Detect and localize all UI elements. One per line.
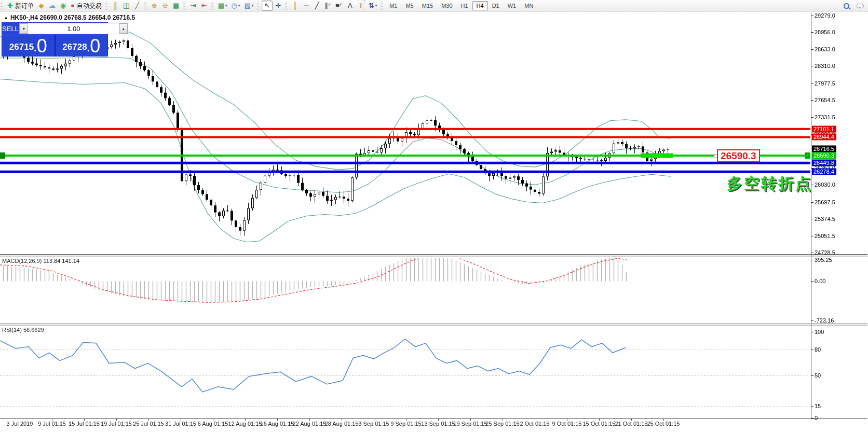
toolbar-grip: [211, 2, 213, 10]
tile-windows-button[interactable]: ▦: [171, 1, 182, 11]
fibonacci-button[interactable]: ≡F: [333, 1, 344, 11]
timeframe-d1-button[interactable]: D1: [488, 1, 504, 10]
order-panel-prices: 26715.0 26728.0: [2, 35, 107, 57]
chinese-annotation-text: 多空转折点: [727, 173, 812, 194]
sell-price-tile[interactable]: 26715.0: [2, 35, 55, 57]
bar-chart-icon: ║: [113, 1, 118, 11]
timeframe-w1-button[interactable]: W1: [504, 1, 521, 10]
chevron-down-icon: ▾: [225, 1, 227, 11]
new-order-menu-button[interactable]: ▤▾: [216, 1, 229, 11]
time-axis-label: 31 Jul 01:15: [165, 421, 196, 427]
toolbar-grip: [144, 2, 146, 10]
templates-menu-button[interactable]: ▧▾: [242, 1, 255, 11]
volume-input[interactable]: [28, 23, 119, 34]
price-tick-label: 25374.5: [815, 216, 835, 222]
time-axis-label: 12 Aug 01:15: [228, 421, 262, 427]
periods-menu-button[interactable]: ◷▾: [229, 1, 242, 11]
signals-button[interactable]: ◉: [58, 1, 69, 11]
buy-price-tile[interactable]: 26728.0: [56, 35, 108, 57]
toolbar-group-menus: ▤▾◷▾▧▾: [215, 0, 256, 11]
toolbar-grip: [105, 2, 107, 10]
rsi-indicator-label: RSI(14) 56.6629: [2, 327, 44, 333]
new-order-button[interactable]: ✚新订单: [5, 1, 36, 11]
chart-title: ▲HK50-,H4 26690.0 26768.5 26654.0 26716.…: [4, 14, 135, 21]
chevron-down-icon: ▾: [252, 1, 254, 11]
toolbar-group-zoom: ⊕⊖▦: [148, 0, 183, 11]
crosshair-button[interactable]: ✛: [273, 1, 283, 11]
arrows-menu-button[interactable]: ⇅▾: [367, 1, 379, 11]
price-chart-canvas[interactable]: [0, 0, 868, 433]
symbol-arrow-icon: ▲: [4, 15, 8, 20]
timeframe-mn-button[interactable]: MN: [520, 1, 537, 10]
search-icon[interactable]: [844, 3, 849, 9]
signal-icon: ◉: [60, 1, 66, 11]
volume-decrease-button[interactable]: ▼: [20, 23, 28, 34]
sell-price-pip: 0: [37, 37, 47, 55]
fibonacci-icon-sub: F: [340, 0, 343, 10]
autoscroll-button[interactable]: ⇥: [188, 1, 199, 11]
bar-chart-button[interactable]: ║: [110, 1, 121, 11]
time-axis-label: 25 Jul 01:15: [133, 421, 164, 427]
time-axis-label: 16 Aug 01:15: [261, 421, 294, 427]
volume-stepper: ▼ ▲: [19, 23, 128, 34]
macd-tick-label: 0.00: [815, 278, 825, 284]
buy-price-int: 26728: [62, 39, 87, 55]
sell-button[interactable]: SELL: [2, 22, 19, 35]
clock-icon: ◷: [232, 1, 237, 11]
time-axis-label: 19 Sep 01:15: [453, 421, 487, 427]
timeframe-m15-button[interactable]: M15: [418, 1, 437, 10]
timeframe-m5-button[interactable]: M5: [401, 1, 417, 10]
zoom-out-button[interactable]: ⊖: [160, 1, 171, 11]
toolbar-group-trade: ✚新订单◆☁◉●自动交易: [4, 0, 105, 11]
autotrading-button-label: 自动交易: [77, 1, 102, 11]
toolbar-right: [844, 0, 864, 11]
buy-price-pip: 0: [90, 37, 100, 55]
toolbar-group-objects: │─╱∥E≡FAT⇅▾: [289, 0, 380, 11]
timeframe-h1-button[interactable]: H1: [457, 1, 472, 10]
price-line-label: 26944.4: [812, 134, 836, 141]
zoom-in-button[interactable]: ⊕: [149, 1, 160, 11]
price-tick-label: 29279.0: [815, 12, 835, 19]
timeframe-m1-button[interactable]: M1: [385, 1, 401, 10]
price-tick-label: 27654.5: [815, 97, 835, 103]
vertical-line-button[interactable]: │: [290, 1, 301, 11]
chat-icon[interactable]: [857, 4, 864, 8]
autoscroll-icon: ⇥: [191, 1, 196, 11]
horizontal-line-button[interactable]: ─: [301, 1, 311, 11]
candlestick-icon: ◫: [123, 1, 129, 11]
chart-shift-button[interactable]: ⇤: [199, 1, 210, 11]
trendline-button[interactable]: ╱: [311, 1, 322, 11]
text-button[interactable]: A: [345, 1, 356, 11]
tile-windows-icon: ▦: [173, 1, 179, 11]
candlestick-button[interactable]: ◫: [121, 1, 132, 11]
template-chart-icon: ▧: [244, 1, 250, 11]
price-line-label: 27101.1: [812, 125, 836, 132]
time-axis-label: 15 Oct 01:15: [583, 421, 616, 427]
chart-cloud-icon: ☁: [49, 1, 56, 11]
chart-title-text: HK50-,H4 26690.0 26768.5 26654.0 26716.5: [10, 14, 135, 21]
equidistant-channel-icon: ∥: [324, 1, 328, 11]
price-line-label: 26449.8: [812, 160, 836, 166]
time-axis-label: 9 Sep 01:15: [390, 421, 421, 427]
autotrading-button[interactable]: ●自动交易: [69, 1, 104, 11]
toolbar-grip: [381, 2, 383, 10]
time-axis-label: 25 Sep 01:15: [485, 421, 519, 427]
text-label-button[interactable]: T: [356, 1, 367, 11]
zoom-in-icon: ⊕: [152, 1, 157, 11]
volume-increase-button[interactable]: ▲: [119, 23, 128, 34]
timeframe-h4-button[interactable]: H4: [472, 1, 488, 10]
order-panel-controls: SELL ▼ ▲ BUY: [2, 22, 107, 35]
chart-publish-button[interactable]: ☁: [47, 1, 58, 11]
line-chart-button[interactable]: ╱: [132, 1, 143, 11]
deposit-button[interactable]: ◆: [36, 1, 47, 11]
buy-button[interactable]: BUY: [129, 22, 143, 35]
cursor-icon: ↖: [264, 1, 270, 11]
one-click-trading-panel: SELL ▼ ▲ BUY 26715.0 26728.0: [2, 22, 108, 57]
channel-button[interactable]: ∥E: [322, 1, 333, 11]
order-plus-icon: ▤: [218, 1, 224, 11]
timeframe-m30-button[interactable]: M30: [437, 1, 456, 10]
cursor-button[interactable]: ↖: [262, 1, 273, 11]
zoom-out-icon: ⊖: [162, 1, 168, 11]
toolbar-group-scroll: ⇥⇤: [187, 0, 211, 11]
equidistant-channel-icon-sub: E: [329, 0, 331, 10]
